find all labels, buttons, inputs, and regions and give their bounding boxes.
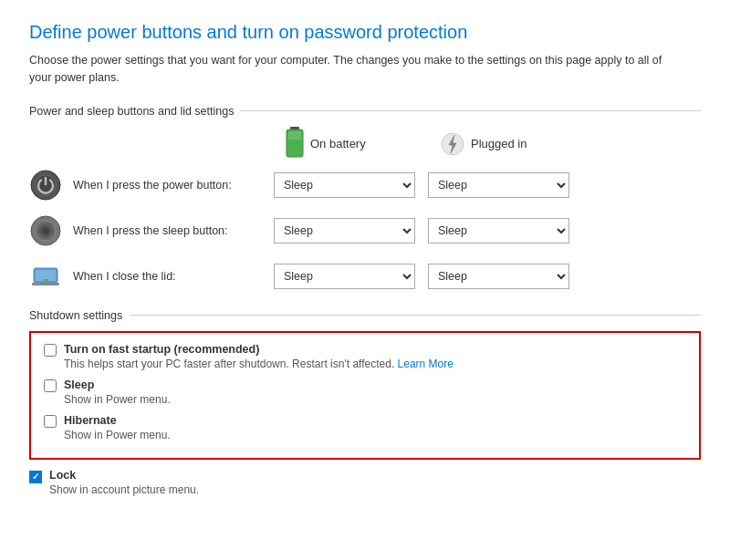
fast-startup-content: Turn on fast startup (recommended) This … [64,342,454,370]
lid-on-battery-select[interactable]: Sleep Hibernate Shut down Turn off the d… [274,264,415,289]
hibernate-description: Show in Power menu. [64,429,171,441]
lid-label: When I close the lid: [73,270,274,283]
sleep-label[interactable]: Sleep [64,379,94,391]
fast-startup-checkbox[interactable] [44,344,57,357]
sleep-button-plugged-in-dropdown[interactable]: Sleep Hibernate Shut down Turn off the d… [428,218,569,244]
lid-plugged-in-dropdown[interactable]: Sleep Hibernate Shut down Turn off the d… [428,264,569,289]
power-button-plugged-in-select[interactable]: Sleep Hibernate Shut down Turn off the d… [428,172,569,198]
sleep-button-plugged-in-select[interactable]: Sleep Hibernate Shut down Turn off the d… [428,218,569,244]
sleep-button-row: When I press the sleep button: Sleep Hib… [29,214,701,247]
shutdown-box: Turn on fast startup (recommended) This … [29,331,701,460]
sleep-button-on-battery-dropdown[interactable]: Sleep Hibernate Shut down Turn off the d… [274,218,415,244]
plugged-in-header: Plugged in [440,127,595,161]
sleep-button-on-battery-select[interactable]: Sleep Hibernate Shut down Turn off the d… [274,218,415,244]
sleep-button-label: When I press the sleep button: [73,224,274,237]
lock-content: Lock Show in account picture menu. [49,469,199,496]
plug-icon [440,131,465,157]
hibernate-label[interactable]: Hibernate [64,414,117,427]
column-headers: On battery Plugged in [285,127,701,161]
fast-startup-item: Turn on fast startup (recommended) This … [44,342,686,370]
lid-icon [29,260,62,293]
lid-row: When I close the lid: Sleep Hibernate Sh… [29,260,701,293]
power-button-plugged-in-dropdown[interactable]: Sleep Hibernate Shut down Turn off the d… [428,172,569,198]
svg-rect-15 [32,283,59,285]
sleep-button-icon [29,214,62,247]
hibernate-item: Hibernate Show in Power menu. [44,413,686,441]
lid-on-battery-dropdown[interactable]: Sleep Hibernate Shut down Turn off the d… [274,264,415,289]
hibernate-content: Hibernate Show in Power menu. [64,413,171,441]
sleep-description: Show in Power menu. [64,393,171,406]
power-button-on-battery-select[interactable]: Sleep Hibernate Shut down Turn off the d… [274,172,415,198]
fast-startup-label[interactable]: Turn on fast startup (recommended) [64,343,259,356]
sleep-checkbox[interactable] [44,379,57,392]
power-button-label: When I press the power button: [73,179,274,192]
on-battery-header: On battery [285,127,440,161]
power-sleep-section-header: Power and sleep buttons and lid settings [29,105,701,118]
lock-label: Lock [49,469,199,482]
lock-description: Show in account picture menu. [49,483,199,496]
power-button-icon [29,169,62,202]
page-title: Define power buttons and turn on passwor… [29,22,701,43]
shutdown-section: Shutdown settings Turn on fast startup (… [29,309,701,496]
lid-plugged-in-select[interactable]: Sleep Hibernate Shut down Turn off the d… [428,264,569,289]
svg-point-11 [42,227,49,234]
power-button-on-battery-dropdown[interactable]: Sleep Hibernate Shut down Turn off the d… [274,172,415,198]
lock-checkbox[interactable] [29,471,42,483]
learn-more-link[interactable]: Learn More [398,358,454,370]
shutdown-section-header: Shutdown settings [29,309,701,322]
battery-icon [285,127,305,161]
sleep-item: Sleep Show in Power menu. [44,378,686,406]
sleep-content: Sleep Show in Power menu. [64,378,171,406]
page-description: Choose the power settings that you want … [29,52,668,87]
power-button-row: When I press the power button: Sleep Hib… [29,169,701,202]
fast-startup-description: This helps start your PC faster after sh… [64,358,454,370]
svg-rect-3 [288,140,301,155]
hibernate-checkbox[interactable] [44,415,57,428]
lock-item: Lock Show in account picture menu. [29,469,701,496]
